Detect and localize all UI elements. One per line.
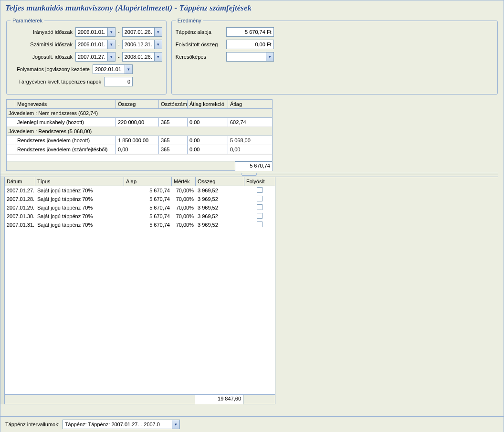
cell-mertek: 70,00% bbox=[172, 212, 196, 221]
table-row[interactable]: 2007.01.29.Saját jogú táppénz 70%5 670,7… bbox=[5, 203, 275, 212]
keresokepes-select[interactable]: ▾ bbox=[226, 52, 274, 62]
chevron-down-icon[interactable]: ▾ bbox=[154, 53, 162, 61]
cell-osszeg: 3 969,52 bbox=[196, 221, 244, 229]
cell-alap: 5 670,74 bbox=[124, 203, 172, 212]
cell-korr: 0,00 bbox=[188, 145, 228, 154]
folyositott-label: Folyósított összeg bbox=[176, 42, 223, 47]
cell-type: Saját jogú táppénz 70% bbox=[35, 212, 124, 221]
cell-name: Rendszeres jövedelem (számfejtésből) bbox=[15, 145, 116, 154]
table-row[interactable]: Jelenlegi munkahely (hozott)220 000,0036… bbox=[7, 118, 272, 127]
chevron-down-icon[interactable]: ▾ bbox=[107, 40, 115, 49]
cell-folyosit bbox=[244, 203, 275, 212]
cell-mertek: 70,00% bbox=[172, 186, 196, 195]
jogosult-from-input[interactable]: 2007.01.27.▾ bbox=[75, 52, 116, 62]
chevron-down-icon[interactable]: ▾ bbox=[107, 28, 115, 36]
table-row[interactable]: Rendszeres jövedelem (hozott)1 850 000,0… bbox=[7, 136, 272, 145]
col-mertek[interactable]: Mérték bbox=[172, 177, 196, 186]
table-row[interactable]: Rendszeres jövedelem (számfejtésből)0,00… bbox=[7, 145, 272, 154]
params-legend: Paraméterek bbox=[10, 18, 44, 23]
splitter-handle[interactable] bbox=[0, 172, 498, 175]
chevron-down-icon[interactable]: ▾ bbox=[172, 420, 179, 429]
cell-date: 2007.01.30. bbox=[5, 212, 35, 221]
page-title: Teljes munkaidős munkaviszony (Alapértel… bbox=[0, 0, 504, 15]
cell-type: Saját jogú táppénz 70% bbox=[35, 195, 124, 203]
chevron-down-icon[interactable]: ▾ bbox=[107, 53, 115, 61]
col-tipus[interactable]: Típus bbox=[35, 177, 124, 186]
table-row[interactable]: 2007.01.30.Saját jogú táppénz 70%5 670,7… bbox=[5, 212, 275, 221]
cell-date: 2007.01.27. bbox=[5, 186, 35, 195]
col-folyosit[interactable]: Folyósít bbox=[244, 177, 275, 186]
cell-type: Saját jogú táppénz 70% bbox=[35, 221, 124, 229]
alap-label: Táppénz alapja bbox=[176, 29, 223, 35]
bottom-bar: Táppénz intervallumok: Táppénz: Táppénz:… bbox=[0, 416, 504, 432]
cell-mertek: 70,00% bbox=[172, 195, 196, 203]
iranyado-to-input[interactable]: 2007.01.26.▾ bbox=[122, 27, 162, 37]
table-row[interactable]: 2007.01.31.Saját jogú táppénz 70%5 670,7… bbox=[5, 221, 275, 229]
col-osszeg[interactable]: Összeg bbox=[116, 100, 159, 108]
col-osztoszam[interactable]: Osztószám bbox=[159, 100, 188, 108]
folyositott-value[interactable] bbox=[226, 40, 274, 49]
folyamatos-label: Folyamatos jogviszony kezdete bbox=[10, 66, 90, 72]
cell-alap: 5 670,74 bbox=[124, 186, 172, 195]
table-row[interactable]: 2007.01.28.Saját jogú táppénz 70%5 670,7… bbox=[5, 195, 275, 203]
group-row[interactable]: Jövedelem : Nem rendszeres (602,74) bbox=[7, 109, 272, 118]
szamitasi-label: Számítási időszak bbox=[10, 42, 73, 47]
folyamatos-input[interactable]: 2002.01.01.▾ bbox=[93, 64, 133, 74]
payments-total: 19 847,60 bbox=[195, 395, 243, 404]
cell-osszeg: 3 969,52 bbox=[196, 212, 244, 221]
cell-name: Jelenlegi munkahely (hozott) bbox=[15, 118, 116, 126]
dash: - bbox=[116, 54, 122, 60]
table-row[interactable]: 2007.01.27.Saját jogú táppénz 70%5 670,7… bbox=[5, 186, 275, 195]
szamitasi-to-input[interactable]: 2006.12.31.▾ bbox=[122, 40, 162, 49]
cell-alap: 5 670,74 bbox=[124, 221, 172, 229]
cell-date: 2007.01.31. bbox=[5, 221, 35, 229]
income-total: 5 670,74 bbox=[235, 161, 272, 171]
cell-date: 2007.01.29. bbox=[5, 203, 35, 212]
folyosit-checkbox[interactable] bbox=[257, 196, 262, 201]
group-row[interactable]: Jövedelem : Rendszeres (5 068,00) bbox=[7, 127, 272, 136]
chevron-down-icon[interactable]: ▾ bbox=[266, 53, 273, 61]
folyosit-checkbox[interactable] bbox=[257, 213, 262, 219]
cell-folyosit bbox=[244, 195, 275, 203]
payments-grid: Dátum Típus Alap Mérték Összeg Folyósít … bbox=[4, 177, 275, 404]
interval-select[interactable]: Táppénz: Táppénz: 2007.01.27. - 2007.0▾ bbox=[63, 420, 180, 429]
income-grid-footer: 5 670,74 bbox=[7, 161, 272, 170]
jogosult-to-input[interactable]: 2008.01.26.▾ bbox=[122, 52, 162, 62]
results-legend: Eredmény bbox=[176, 18, 203, 23]
col-osszeg[interactable]: Összeg bbox=[196, 177, 244, 186]
cell-mertek: 70,00% bbox=[172, 203, 196, 212]
cell-folyosit bbox=[244, 186, 275, 195]
payments-grid-footer: 19 847,60 bbox=[5, 394, 275, 404]
cell-mertek: 70,00% bbox=[172, 221, 196, 229]
iranyado-label: Irányadó időszak bbox=[10, 29, 73, 35]
col-atlag-korrekcio[interactable]: Átlag korrekció bbox=[188, 100, 228, 108]
left-scroll-strip[interactable] bbox=[0, 177, 4, 404]
szamitasi-from-input[interactable]: 2006.01.01.▾ bbox=[75, 40, 116, 49]
cell-atlag: 5 068,00 bbox=[228, 136, 272, 145]
chevron-down-icon[interactable]: ▾ bbox=[125, 65, 132, 74]
chevron-down-icon[interactable]: ▾ bbox=[154, 40, 162, 49]
expand-col bbox=[7, 100, 15, 108]
col-datum[interactable]: Dátum bbox=[5, 177, 35, 186]
cell-oszto: 365 bbox=[159, 145, 188, 154]
col-alap[interactable]: Alap bbox=[124, 177, 172, 186]
iranyado-from-input[interactable]: 2006.01.01.▾ bbox=[75, 27, 116, 37]
col-atlag[interactable]: Átlag bbox=[228, 100, 272, 108]
col-megnevezes[interactable]: Megnevezés bbox=[15, 100, 116, 108]
payments-grid-header: Dátum Típus Alap Mérték Összeg Folyósít bbox=[5, 177, 275, 186]
cell-osszeg: 0,00 bbox=[116, 145, 159, 154]
dash: - bbox=[116, 29, 122, 35]
folyosit-checkbox[interactable] bbox=[257, 204, 262, 210]
chevron-down-icon[interactable]: ▾ bbox=[154, 28, 162, 36]
cell-name: Rendszeres jövedelem (hozott) bbox=[15, 136, 116, 145]
dash: - bbox=[116, 42, 122, 47]
cell-korr: 0,00 bbox=[188, 118, 228, 126]
targyev-input[interactable] bbox=[104, 77, 133, 86]
folyosit-checkbox[interactable] bbox=[257, 187, 262, 193]
jogosult-label: Jogosult. időszak bbox=[10, 54, 73, 60]
folyosit-checkbox[interactable] bbox=[257, 221, 262, 227]
cell-type: Saját jogú táppénz 70% bbox=[35, 203, 124, 212]
cell-type: Saját jogú táppénz 70% bbox=[35, 186, 124, 195]
alap-value[interactable] bbox=[226, 27, 274, 37]
cell-oszto: 365 bbox=[159, 118, 188, 126]
